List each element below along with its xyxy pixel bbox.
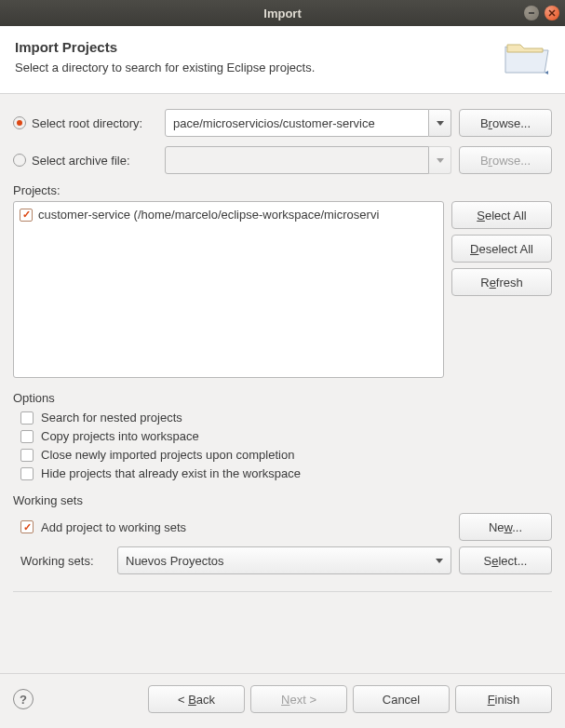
chevron-down-icon[interactable] (429, 109, 451, 137)
add-to-working-sets-label: Add project to working sets (41, 520, 186, 534)
option-label: Search for nested projects (41, 411, 182, 425)
archive-file-radio[interactable]: Select archive file: (13, 154, 157, 168)
checkbox-icon (20, 430, 34, 443)
cancel-button[interactable]: Cancel (353, 685, 450, 713)
list-item[interactable]: customer-service (/home/marcelo/eclipse-… (20, 208, 437, 222)
wizard-footer: ? < Back Next > Cancel Finish (0, 673, 565, 728)
window-title: Import (263, 7, 301, 20)
add-to-working-sets-row: Add project to working sets New... (20, 513, 552, 541)
list-item-label: customer-service (/home/marcelo/eclipse-… (38, 208, 379, 222)
browse-archive-button: Browse... (459, 146, 552, 174)
window-controls (524, 6, 559, 20)
chevron-down-icon (436, 559, 443, 563)
root-directory-combo[interactable] (165, 109, 451, 137)
close-checkbox[interactable]: Close newly imported projects upon compl… (20, 448, 552, 462)
archive-file-label: Select archive file: (32, 154, 130, 168)
deselect-all-button[interactable]: Deselect All (451, 235, 552, 263)
root-directory-label: Select root directory: (32, 116, 142, 130)
projects-list[interactable]: customer-service (/home/marcelo/eclipse-… (13, 201, 444, 378)
working-sets-select-row: Working sets: Nuevos Proyectos Select... (20, 546, 552, 574)
option-label: Close newly imported projects upon compl… (41, 448, 294, 462)
back-button[interactable]: < Back (148, 685, 245, 713)
hide-checkbox[interactable]: Hide projects that already exist in the … (20, 466, 552, 480)
folder-icon (504, 37, 550, 76)
refresh-button[interactable]: Refresh (451, 268, 552, 296)
root-directory-row: Select root directory: Browse... (13, 109, 552, 137)
archive-file-combo (165, 146, 451, 174)
new-working-set-button[interactable]: New... (459, 513, 552, 541)
browse-root-button[interactable]: Browse... (459, 109, 552, 137)
radio-icon (13, 154, 26, 167)
search-nested-checkbox[interactable]: Search for nested projects (20, 411, 552, 425)
page-title: Import Projects (15, 39, 315, 55)
minimize-icon[interactable] (524, 6, 539, 20)
titlebar: Import (0, 0, 565, 26)
checkbox-icon (20, 467, 34, 480)
working-sets-group: Working sets Add project to working sets… (13, 493, 552, 574)
option-label: Copy projects into workspace (41, 429, 199, 443)
wizard-header: Import Projects Select a directory to se… (0, 26, 565, 94)
checkbox-icon[interactable] (20, 209, 33, 222)
working-sets-value: Nuevos Proyectos (126, 554, 224, 568)
page-subtitle: Select a directory to search for existin… (15, 61, 315, 74)
root-directory-input[interactable] (165, 109, 429, 137)
finish-button[interactable]: Finish (455, 685, 552, 713)
checkbox-icon[interactable] (20, 520, 34, 533)
working-sets-combo[interactable]: Nuevos Proyectos (117, 546, 451, 574)
copy-checkbox[interactable]: Copy projects into workspace (20, 429, 552, 443)
checkbox-icon (20, 449, 34, 462)
root-directory-radio[interactable]: Select root directory: (13, 116, 157, 130)
select-working-set-button[interactable]: Select... (459, 546, 552, 574)
radio-icon (13, 116, 26, 129)
projects-label: Projects: (13, 183, 552, 197)
help-icon[interactable]: ? (13, 689, 34, 709)
archive-file-input (165, 146, 429, 174)
chevron-down-icon (429, 146, 451, 174)
checkbox-icon (20, 411, 34, 425)
working-sets-legend: Working sets (13, 493, 552, 507)
options-legend: Options (13, 391, 552, 405)
divider (13, 591, 552, 592)
options-group: Options Search for nested projects Copy … (13, 391, 552, 480)
option-label: Hide projects that already exist in the … (41, 466, 301, 480)
close-icon[interactable] (545, 6, 559, 20)
next-button: Next > (250, 685, 347, 713)
archive-file-row: Select archive file: Browse... (13, 146, 552, 174)
select-all-button[interactable]: Select All (451, 201, 552, 229)
working-sets-label: Working sets: (20, 554, 110, 568)
